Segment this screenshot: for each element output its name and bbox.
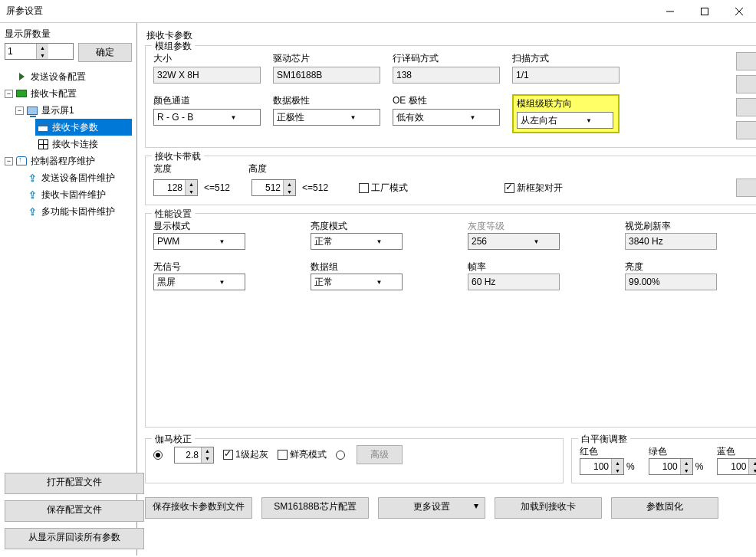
left-panel: 显示屏数量 ▲▼ 确定 发送设备配置 − 接收卡配置 − 显示屏1 — [0, 23, 137, 555]
chevron-down-icon: ▼ — [446, 110, 499, 125]
read-all-params-button[interactable]: 从显示屏回读所有参数 — [5, 528, 144, 549]
save-params-to-file-button[interactable]: 保存接收卡参数到文件 — [145, 497, 252, 519]
new-frame-split-checkbox[interactable]: 新框架对开 — [505, 182, 563, 195]
data-polarity-select[interactable]: 正极性▼ — [273, 109, 380, 126]
window-title: 屏参设置 — [6, 5, 652, 18]
data-group-select[interactable]: 正常▼ — [311, 274, 403, 290]
tree-ctrl-maint[interactable]: − 控制器程序维护 — [5, 152, 132, 169]
grid-icon — [37, 138, 49, 150]
no-signal-label: 无信号 — [153, 260, 303, 274]
color-select[interactable]: R - G - B▼ — [153, 109, 261, 126]
tree-recv-card-params[interactable]: 接收卡参数 — [35, 119, 132, 136]
performance-legend: 性能设置 — [152, 208, 195, 221]
param-solidify-button[interactable]: 参数固化 — [611, 497, 718, 519]
width-max: <=512 — [204, 182, 230, 193]
red-spinner[interactable]: ▲▼ — [580, 458, 624, 475]
gamma-spinner[interactable]: ▲▼ — [174, 447, 214, 464]
module-detail-button[interactable]: 模组详细信息 — [736, 52, 756, 70]
green-spinner[interactable]: ▲▼ — [649, 458, 693, 475]
brightness-label: 亮度 — [625, 260, 744, 274]
collapse-icon[interactable]: − — [15, 106, 24, 115]
red-label: 红色 — [580, 445, 635, 458]
module-params-legend: 模组参数 — [152, 40, 195, 53]
tree-recv-card-fw[interactable]: ⇪ 接收卡固件维护 — [5, 186, 132, 203]
advanced-radio — [336, 450, 347, 460]
gamma-radio[interactable] — [153, 450, 165, 460]
minimize-button[interactable] — [652, 0, 687, 23]
open-config-button[interactable]: 打开配置文件 — [5, 473, 144, 494]
advanced-button: 高级 — [357, 445, 403, 464]
controller-icon — [15, 155, 28, 167]
svg-rect-1 — [701, 8, 708, 15]
chevron-down-icon: ▼ — [199, 234, 245, 249]
white-balance-legend: 白平衡调整 — [578, 433, 630, 446]
load-capacity-legend: 接收卡带载 — [152, 150, 204, 163]
tree-recv-card-conn[interactable]: 接收卡连接 — [5, 136, 132, 152]
select-module-button[interactable]: 选择模组 — [736, 75, 756, 93]
smart-scan-button[interactable]: 智能扫描 — [736, 121, 756, 139]
refresh-rate-label: 视觉刷新率 — [625, 220, 744, 233]
screen-count-input[interactable] — [5, 44, 36, 59]
height-spinner[interactable]: ▲▼ — [251, 179, 296, 196]
cascade-highlight: 模组级联方向从左向右▼ — [512, 94, 620, 133]
blue-spinner[interactable]: ▲▼ — [717, 458, 756, 475]
chip-value: SM16188B — [273, 67, 380, 84]
tree-mf-card-fw[interactable]: ⇪ 多功能卡固件维护 — [5, 203, 132, 220]
brightness-value: 99.00% — [625, 274, 717, 290]
cascade-select[interactable]: 从左向右▼ — [517, 112, 613, 129]
factory-mode-checkbox[interactable]: 工厂模式 — [359, 182, 408, 195]
scan-value: 1/1 — [512, 67, 620, 84]
performance-group: 性能设置 显示模式PWM▼ 亮度模式正常▼ 灰度等级256▼ 视觉刷新率3840… — [145, 213, 756, 428]
right-panel-title: 接收卡参数 — [146, 29, 756, 42]
save-config-button[interactable]: 保存配置文件 — [5, 500, 144, 522]
no-signal-select[interactable]: 黑屏▼ — [153, 274, 245, 290]
chevron-down-icon: ▾ — [474, 500, 478, 511]
data-polarity-label: 数据极性 — [273, 94, 380, 107]
color-label: 颜色通道 — [153, 94, 261, 107]
confirm-button[interactable]: 确定 — [78, 43, 132, 62]
data-group-label: 数据组 — [311, 260, 460, 274]
chip-config-button[interactable]: SM16188B芯片配置 — [261, 497, 369, 519]
tree-send-dev-fw[interactable]: ⇪ 发送设备固件维护 — [5, 169, 132, 186]
height-max: <=512 — [302, 182, 328, 193]
more-settings-button[interactable]: 更多设置▾ — [378, 497, 485, 519]
brightness-mode-select[interactable]: 正常▼ — [311, 233, 403, 250]
collapse-icon[interactable]: − — [5, 90, 13, 98]
level1-gray-checkbox[interactable]: 1级起灰 — [223, 448, 268, 461]
chevron-down-icon: ▼ — [199, 274, 245, 290]
upload-icon: ⇪ — [26, 205, 38, 218]
title-bar: 屏参设置 — [0, 0, 756, 23]
display-mode-label: 显示模式 — [153, 220, 303, 233]
bright-mode-checkbox[interactable]: 鲜亮模式 — [278, 448, 327, 461]
tree-recv-card-cfg[interactable]: − 接收卡配置 — [5, 85, 132, 102]
decode-label: 行译码方式 — [393, 52, 500, 65]
footer-buttons: 保存接收卡参数到文件 SM16188B芯片配置 更多设置▾ 加载到接收卡 参数固… — [145, 497, 756, 519]
chevron-down-icon: ▼ — [514, 234, 559, 249]
screen-count-label: 显示屏数量 — [5, 28, 132, 41]
chevron-down-icon: ▼ — [357, 274, 402, 290]
decode-value: 138 — [393, 67, 500, 84]
width-spinner[interactable]: ▲▼ — [153, 179, 198, 196]
gray-level-label: 灰度等级 — [468, 220, 617, 233]
gamma-legend: 伽马校正 — [152, 433, 195, 446]
fps-value: 60 Hz — [468, 274, 560, 290]
form-icon — [37, 121, 49, 133]
tree-send-dev-cfg[interactable]: 发送设备配置 — [5, 68, 132, 85]
maximize-button[interactable] — [687, 0, 721, 23]
chevron-down-icon: ▼ — [207, 110, 260, 125]
screen-count-spinner[interactable]: ▲▼ — [5, 43, 74, 60]
load-to-card-button[interactable]: 加载到接收卡 — [495, 497, 602, 519]
oe-polarity-select[interactable]: 低有效▼ — [393, 109, 500, 126]
tree-screen-1[interactable]: − 显示屏1 — [5, 102, 132, 119]
load-from-file-button[interactable]: 从文件加载 — [736, 98, 756, 116]
data-group-ext-button[interactable]: 数据组扩展 — [736, 179, 756, 197]
scan-label: 扫描方式 — [512, 52, 620, 65]
collapse-icon[interactable]: − — [5, 157, 13, 165]
upload-icon: ⇪ — [26, 188, 38, 201]
display-mode-select[interactable]: PWM▼ — [153, 233, 245, 250]
chevron-down-icon: ▼ — [357, 234, 402, 249]
width-label: 宽度 — [153, 162, 172, 175]
close-button[interactable] — [721, 0, 756, 23]
upload-icon: ⇪ — [26, 172, 38, 184]
right-panel: 接收卡参数 模组参数 大小32W X 8H 驱动芯片SM16188B 行译码方式… — [137, 23, 756, 555]
